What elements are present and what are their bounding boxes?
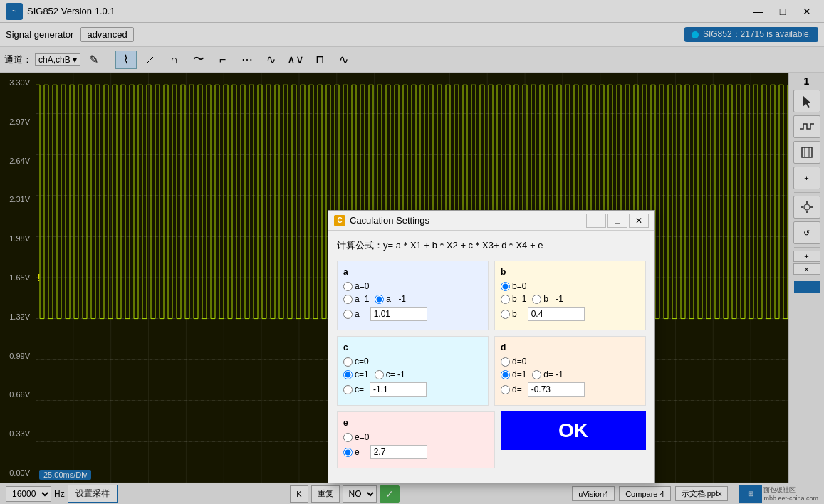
- coeff-a-zero-radio[interactable]: [343, 282, 353, 291]
- coeff-c-custom[interactable]: c=: [343, 384, 364, 394]
- coeff-b-row3: b=: [501, 307, 640, 321]
- dialog-title: Caculation Settings: [350, 215, 429, 226]
- coeff-a-custom-radio[interactable]: [343, 310, 353, 319]
- coeff-c-zero-radio[interactable]: [343, 357, 353, 367]
- coeff-b-custom[interactable]: b=: [501, 309, 522, 319]
- coeff-b-row1: b=0: [501, 281, 640, 291]
- coeff-d-zero-radio[interactable]: [501, 357, 510, 367]
- coeff-a-box: a a=0 a=1 a= -1: [337, 261, 489, 330]
- dialog-title-bar: C Caculation Settings — □ ✕: [328, 211, 654, 231]
- coeff-b-neg-one[interactable]: b= -1: [532, 294, 563, 304]
- coeff-a-one-radio[interactable]: [343, 295, 353, 304]
- coeff-d-row1: d=0: [501, 357, 640, 367]
- coeff-e-row1: e=0: [343, 432, 489, 442]
- ok-button[interactable]: OK: [501, 411, 646, 450]
- coeff-a-custom[interactable]: a=: [343, 309, 365, 319]
- coeff-a-row1: a=0: [343, 281, 482, 291]
- coeff-b-zero[interactable]: b=0: [501, 281, 526, 291]
- coeff-c-input[interactable]: [370, 382, 427, 397]
- coefficient-grid: a a=0 a=1 a= -1: [337, 261, 646, 406]
- coeff-c-row1: c=0: [343, 357, 482, 367]
- formula-text: 计算公式：y= a＊X1 + b＊X2 + c＊X3+ d＊X4 + e: [337, 239, 646, 252]
- coeff-a-row2: a=1 a= -1: [343, 294, 482, 304]
- coeff-b-input[interactable]: [528, 307, 585, 321]
- coeff-a-zero[interactable]: a=0: [343, 281, 369, 291]
- coeff-a-one[interactable]: a=1: [343, 294, 369, 304]
- coeff-d-custom[interactable]: d=: [501, 384, 522, 394]
- coeff-a-neg-one[interactable]: a= -1: [375, 294, 406, 304]
- coeff-d-row2: d=1 d= -1: [501, 369, 640, 379]
- coeff-c-box: c c=0 c=1 c= -1: [337, 336, 489, 406]
- coeff-b-zero-radio[interactable]: [501, 282, 510, 291]
- coeff-d-input[interactable]: [528, 382, 585, 397]
- coeff-b-one-radio[interactable]: [501, 295, 510, 304]
- coeff-e-input[interactable]: [370, 445, 427, 459]
- coeff-b-row2: b=1 b= -1: [501, 294, 640, 304]
- coeff-d-negone-radio[interactable]: [532, 370, 541, 379]
- coeff-b-label: b: [501, 267, 640, 277]
- coeff-b-negone-radio[interactable]: [532, 295, 541, 304]
- coeff-d-label: d: [501, 342, 640, 352]
- coeff-c-label: c: [343, 342, 482, 352]
- dialog-overlay: C Caculation Settings — □ ✕ 计算公式：y= a＊X1…: [0, 0, 824, 504]
- coeff-c-one[interactable]: c=1: [343, 369, 369, 379]
- coeff-c-neg-one[interactable]: c= -1: [375, 369, 405, 379]
- coeff-d-row3: d=: [501, 382, 640, 397]
- coeff-e-custom[interactable]: e=: [343, 447, 365, 457]
- coeff-e-label: e: [343, 418, 489, 428]
- coeff-c-one-radio[interactable]: [343, 370, 353, 379]
- coeff-d-one[interactable]: d=1: [501, 369, 526, 379]
- coeff-c-row3: c=: [343, 382, 482, 397]
- coeff-d-neg-one[interactable]: d= -1: [532, 369, 563, 379]
- dialog-icon: C: [334, 215, 345, 226]
- coeff-e-row2: e=: [343, 445, 489, 459]
- coeff-b-custom-radio[interactable]: [501, 310, 510, 319]
- coeff-e-box: e e=0 e=: [337, 411, 495, 468]
- coeff-c-custom-radio[interactable]: [343, 385, 353, 394]
- coeff-d-zero[interactable]: d=0: [501, 357, 526, 367]
- coeff-c-negone-radio[interactable]: [375, 370, 384, 379]
- coeff-d-box: d d=0 d=1 d= -1: [494, 336, 646, 406]
- coeff-a-row3: a=: [343, 307, 482, 321]
- coeff-d-custom-radio[interactable]: [501, 385, 510, 394]
- coeff-a-negone-radio[interactable]: [375, 295, 384, 304]
- coeff-e-zero[interactable]: e=0: [343, 432, 369, 442]
- coeff-a-label: a: [343, 267, 482, 277]
- bottom-row: e e=0 e= OK: [337, 411, 646, 474]
- coeff-c-zero[interactable]: c=0: [343, 357, 369, 367]
- coeff-b-box: b b=0 b=1 b= -1: [494, 261, 646, 330]
- coeff-e-zero-radio[interactable]: [343, 433, 353, 442]
- coeff-c-row2: c=1 c= -1: [343, 369, 482, 379]
- coeff-e-custom-radio[interactable]: [343, 448, 353, 457]
- dialog-close-button[interactable]: ✕: [629, 214, 649, 228]
- dialog-minimize-button[interactable]: —: [586, 214, 606, 228]
- coeff-a-input[interactable]: [370, 307, 427, 321]
- coeff-d-one-radio[interactable]: [501, 370, 510, 379]
- calculation-settings-dialog: C Caculation Settings — □ ✕ 计算公式：y= a＊X1…: [328, 210, 655, 483]
- dialog-maximize-button[interactable]: □: [607, 214, 627, 228]
- coeff-b-one[interactable]: b=1: [501, 294, 526, 304]
- dialog-body: 计算公式：y= a＊X1 + b＊X2 + c＊X3+ d＊X4 + e a a…: [328, 231, 654, 483]
